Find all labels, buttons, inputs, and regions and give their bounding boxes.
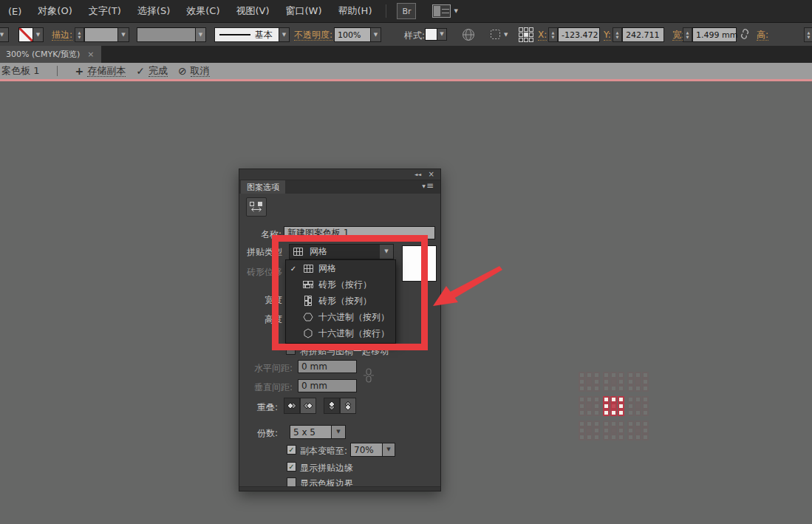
brick-by-column-icon <box>304 296 312 306</box>
menu-window[interactable]: 窗口(W) <box>278 4 330 18</box>
menu-edit[interactable]: (E) <box>0 6 30 17</box>
copies-dropdown-button[interactable]: ▼ <box>332 425 346 439</box>
done-button[interactable]: 完成 <box>149 65 168 77</box>
move-with-art-checkbox[interactable] <box>286 345 296 355</box>
grid-icon <box>304 265 313 273</box>
brush-definition-dropdown[interactable]: ▼ <box>279 27 290 42</box>
y-coordinate-field[interactable]: 242.711 <box>622 27 664 42</box>
select-similar-button[interactable]: ▼ <box>490 29 508 41</box>
close-icon[interactable]: × <box>429 170 434 178</box>
panel-tab-pattern-options[interactable]: 图案选项 <box>241 180 285 194</box>
x-coordinate-label[interactable]: X: <box>538 30 547 41</box>
close-icon[interactable]: × <box>87 50 94 59</box>
variable-width-profile-dropdown[interactable]: ▼ <box>196 27 206 42</box>
name-label: 名称: <box>246 228 282 241</box>
tile-type-value: 网格 <box>310 245 327 258</box>
chevron-down-icon: ▼ <box>384 249 388 254</box>
fill-color-dropdown[interactable]: ▼ <box>0 27 9 42</box>
stroke-label[interactable]: 描边: <box>52 30 72 41</box>
style-dropdown[interactable]: ▼ <box>437 28 447 41</box>
reference-point-locator-icon[interactable] <box>519 27 533 42</box>
panel-header[interactable]: ◄◄ × <box>239 169 440 180</box>
menu-help[interactable]: 帮助(H) <box>330 4 381 18</box>
opacity-dropdown[interactable]: ▼ <box>371 27 381 42</box>
menubar: (E) 对象(O) 文字(T) 选择(S) 效果(C) 视图(V) 窗口(W) … <box>0 0 812 23</box>
stroke-weight-field[interactable] <box>84 27 118 42</box>
overlap-top-in-front-button[interactable] <box>324 398 340 414</box>
cancel-circle-icon: ⊘ <box>178 65 187 77</box>
variable-width-profile-field[interactable] <box>137 27 196 42</box>
document-setup-globe-icon[interactable] <box>462 28 475 41</box>
width-field[interactable]: 1.499 mm <box>692 27 737 42</box>
overlap-label: 重叠: <box>246 401 278 414</box>
chevron-down-icon: ▼ <box>374 33 378 38</box>
hex-by-row-icon <box>304 328 313 338</box>
chevron-down-icon: ▼ <box>386 447 390 452</box>
show-tile-edge-checkbox[interactable]: ✓ <box>287 462 296 472</box>
tile-width-label: 宽度 <box>246 294 282 307</box>
dropdown-item-hex-by-column[interactable]: 十六进制（按列） <box>286 309 395 325</box>
dim-copies-checkbox[interactable]: ✓ <box>287 445 296 455</box>
y-coordinate-label[interactable]: Y: <box>604 30 611 41</box>
chevron-down-icon: ▼ <box>336 429 340 435</box>
h-spacing-field[interactable]: 0 mm <box>298 360 357 373</box>
plus-icon: + <box>75 65 83 77</box>
menu-view[interactable]: 视图(V) <box>228 4 277 18</box>
stroke-color-dropdown[interactable]: ▼ <box>33 27 44 42</box>
dim-copies-dropdown-button[interactable]: ▼ <box>383 443 395 457</box>
chevron-down-icon: ▼ <box>121 33 125 38</box>
pattern-tile-tool-button[interactable] <box>246 197 267 217</box>
menu-select[interactable]: 选择(S) <box>129 4 178 18</box>
panel-menu-button[interactable]: ▼ ≡ <box>422 182 434 189</box>
stroke-weight-stepper[interactable]: ▲ ▼ <box>75 27 84 42</box>
pattern-artwork[interactable] <box>569 361 665 457</box>
height-label[interactable]: 高: <box>757 30 768 41</box>
dropdown-item-grid[interactable]: ✓ 网格 <box>286 260 395 276</box>
bridge-button[interactable]: Br <box>397 3 416 19</box>
link-spacing-chain-icon[interactable] <box>364 367 374 384</box>
panel-resize-strip[interactable] <box>239 486 440 491</box>
document-tab-bar <box>0 46 812 63</box>
stroke-weight-dropdown[interactable]: ▼ <box>118 27 129 42</box>
v-spacing-field[interactable]: 0 mm <box>298 379 357 392</box>
brush-definition-preview[interactable]: 基本 <box>214 27 279 42</box>
name-input[interactable]: 新建图案色板 1 <box>284 226 435 239</box>
document-tab[interactable]: 300% (CMYK/预览) × <box>0 46 101 63</box>
opacity-label[interactable]: 不透明度: <box>294 30 332 41</box>
menu-type[interactable]: 文字(T) <box>81 4 129 18</box>
x-coordinate-field[interactable]: -123.472 <box>558 27 600 42</box>
tile-type-dropdown-button[interactable]: ▼ <box>380 244 394 259</box>
height-stepper[interactable]: ▲ ▼ <box>804 27 812 42</box>
width-stepper[interactable]: ▲ ▼ <box>683 27 692 42</box>
collapse-panel-icon[interactable]: ◄◄ <box>414 171 421 177</box>
dropdown-item-brick-by-row[interactable]: 砖形（按行） <box>286 276 395 293</box>
workspace-switcher-button[interactable]: ▼ <box>432 4 457 18</box>
tile-type-combobox[interactable]: 网格 <box>289 244 380 259</box>
dim-copies-field[interactable]: 70% <box>350 443 383 457</box>
menu-lines-icon: ≡ <box>426 182 434 189</box>
cancel-button[interactable]: 取消 <box>191 65 210 77</box>
pattern-swatch-name: 案色板 1 <box>1 64 39 78</box>
v-spacing-label: 垂直间距: <box>239 381 293 394</box>
dropdown-item-hex-by-row[interactable]: 十六进制（按行） <box>286 325 395 341</box>
brick-by-row-icon <box>303 281 313 288</box>
dropdown-item-brick-by-column[interactable]: 砖形（按列） <box>286 293 395 309</box>
copies-field[interactable]: 5 x 5 <box>290 425 332 439</box>
constrain-proportions-broken-chain-icon[interactable] <box>739 28 751 40</box>
dim-copies-label: 副本变暗至: <box>300 445 347 457</box>
stroke-none-swatch[interactable] <box>18 27 33 42</box>
overlap-left-in-front-button[interactable] <box>284 398 300 414</box>
chevron-down-icon: ▼ <box>440 32 443 37</box>
workspace-layout-icon <box>432 4 451 18</box>
menu-effect[interactable]: 效果(C) <box>178 4 228 18</box>
y-stepper[interactable]: ▲ ▼ <box>613 27 622 42</box>
overlap-bottom-in-front-button[interactable] <box>340 398 356 414</box>
opacity-field[interactable]: 100% <box>334 27 371 42</box>
x-stepper[interactable]: ▲ ▼ <box>548 27 558 42</box>
overlap-right-in-front-button[interactable] <box>300 398 316 414</box>
tile-height-label: 高度 <box>246 313 282 326</box>
app-window: { "icons": { "dropdown_arrow": "▼", "up_… <box>0 0 812 524</box>
save-copy-button[interactable]: 存储副本 <box>87 65 126 77</box>
menu-object[interactable]: 对象(O) <box>30 4 80 18</box>
style-swatch[interactable] <box>425 28 437 41</box>
